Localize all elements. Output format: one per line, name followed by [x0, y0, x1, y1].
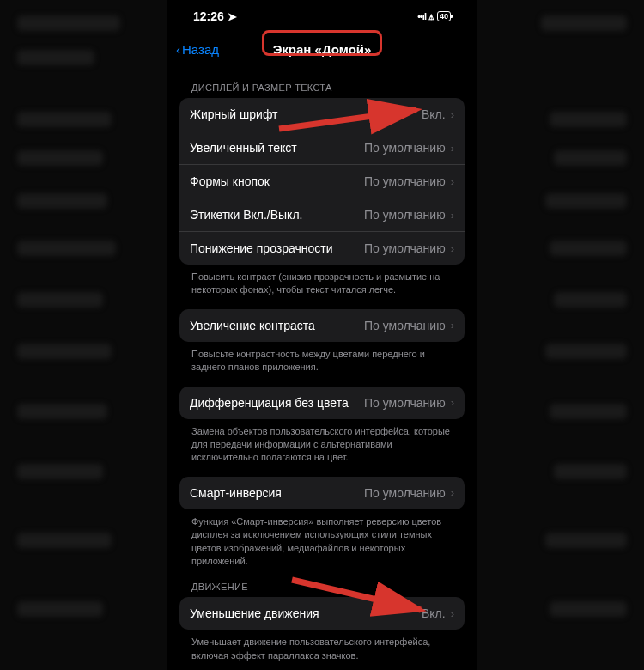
- page-title: Экран «Домой»: [273, 42, 372, 57]
- group-smart-invert: Смарт-инверсия По умолчанию ›: [179, 477, 465, 509]
- phone-screen: 12:26 ➤ ••ıl ⍋ 40 ‹ Назад Экран «Домой» …: [167, 0, 477, 670]
- row-value: По умолчанию: [364, 396, 446, 410]
- row-label: Жирный шрифт: [190, 107, 278, 121]
- back-label: Назад: [182, 42, 219, 57]
- chevron-right-icon: ›: [451, 486, 454, 499]
- row-value: По умолчанию: [364, 241, 446, 255]
- row-label: Этикетки Вкл./Выкл.: [190, 208, 302, 222]
- row-label: Формы кнопок: [190, 174, 270, 188]
- row-value: По умолчанию: [364, 141, 446, 155]
- row-bold-text[interactable]: Жирный шрифт Вкл. ›: [179, 98, 465, 131]
- status-time: 12:26: [193, 9, 224, 23]
- group-contrast: Увеличение контраста По умолчанию ›: [179, 309, 465, 342]
- row-label: Увеличенный текст: [190, 141, 297, 155]
- status-bar: 12:26 ➤ ••ıl ⍋ 40: [167, 0, 477, 33]
- chevron-right-icon: ›: [451, 319, 454, 332]
- row-value: Вкл.: [422, 107, 446, 121]
- chevron-right-icon: ›: [451, 242, 454, 255]
- chevron-right-icon: ›: [451, 607, 454, 620]
- row-value: По умолчанию: [364, 319, 446, 332]
- section-header-motion: ДВИЖЕНИЕ: [179, 570, 465, 597]
- chevron-right-icon: ›: [451, 209, 454, 222]
- back-button[interactable]: ‹ Назад: [176, 42, 219, 57]
- row-reduce-transparency[interactable]: Понижение прозрачности По умолчанию ›: [179, 232, 465, 265]
- footer-reduce-motion: Уменьшает движение пользовательского инт…: [179, 630, 465, 664]
- signal-icon: ••ıl: [417, 11, 426, 21]
- row-label: Смарт-инверсия: [190, 486, 282, 500]
- row-labels[interactable]: Этикетки Вкл./Выкл. По умолчанию ›: [179, 198, 465, 232]
- row-label: Увеличение контраста: [190, 319, 315, 332]
- footer-contrast: Повысьте контрастность между цветами пер…: [179, 342, 465, 376]
- row-button-shapes[interactable]: Формы кнопок По умолчанию ›: [179, 165, 465, 198]
- location-icon: ➤: [228, 10, 237, 23]
- row-value: По умолчанию: [364, 208, 446, 222]
- row-label: Понижение прозрачности: [190, 241, 333, 255]
- footer-smart-invert: Функция «Смарт-инверсия» выполняет ревер…: [179, 509, 465, 570]
- footer-transparency: Повысить контраст (снизив прозрачность и…: [179, 265, 465, 299]
- battery-icon: 40: [437, 11, 451, 21]
- row-smart-invert[interactable]: Смарт-инверсия По умолчанию ›: [179, 477, 465, 509]
- chevron-left-icon: ‹: [176, 42, 180, 57]
- row-value: По умолчанию: [364, 174, 446, 188]
- chevron-right-icon: ›: [451, 108, 454, 121]
- chevron-right-icon: ›: [451, 142, 454, 155]
- footer-diff-color: Замена объектов пользовательского интерф…: [179, 419, 465, 466]
- section-header-display: ДИСПЛЕЙ И РАЗМЕР ТЕКСТА: [179, 70, 465, 98]
- row-value: По умолчанию: [364, 486, 446, 500]
- row-reduce-motion[interactable]: Уменьшение движения Вкл. ›: [179, 597, 465, 630]
- row-label: Дифференциация без цвета: [190, 396, 349, 410]
- content: ДИСПЛЕЙ И РАЗМЕР ТЕКСТА Жирный шрифт Вкл…: [167, 65, 477, 669]
- row-contrast[interactable]: Увеличение контраста По умолчанию ›: [179, 309, 465, 342]
- vpn-icon: ⍋: [428, 11, 434, 21]
- chevron-right-icon: ›: [451, 175, 454, 188]
- row-larger-text[interactable]: Увеличенный текст По умолчанию ›: [179, 131, 465, 165]
- group-motion: Уменьшение движения Вкл. ›: [179, 597, 465, 630]
- row-diff-color[interactable]: Дифференциация без цвета По умолчанию ›: [179, 387, 465, 419]
- row-value: Вкл.: [422, 606, 446, 620]
- group-diff-color: Дифференциация без цвета По умолчанию ›: [179, 387, 465, 419]
- row-label: Уменьшение движения: [190, 606, 319, 620]
- group-display: Жирный шрифт Вкл. › Увеличенный текст По…: [179, 98, 465, 265]
- nav-bar: ‹ Назад Экран «Домой»: [167, 33, 477, 65]
- chevron-right-icon: ›: [451, 396, 454, 409]
